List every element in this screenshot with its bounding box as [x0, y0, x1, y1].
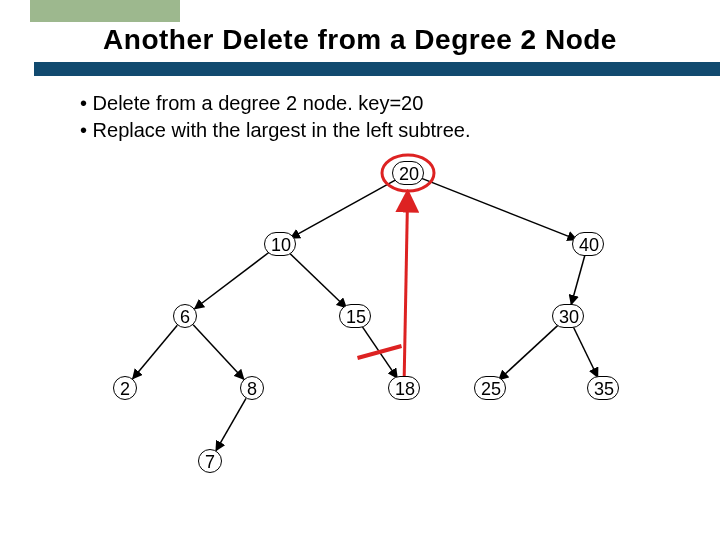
tree-node-18: 18 — [388, 376, 420, 400]
tree-node-30: 30 — [552, 304, 584, 328]
tree-node-25: 25 — [474, 376, 506, 400]
tree-diagram: 20104061530281825357 — [0, 0, 720, 540]
tree-node-2: 2 — [113, 376, 137, 400]
tree-node-20: 20 — [392, 161, 424, 185]
tree-node-10: 10 — [264, 232, 296, 256]
tree-node-35: 35 — [587, 376, 619, 400]
tree-node-8: 8 — [240, 376, 264, 400]
tree-node-7: 7 — [198, 449, 222, 473]
tree-node-6: 6 — [173, 304, 197, 328]
tree-node-40: 40 — [572, 232, 604, 256]
tree-node-15: 15 — [339, 304, 371, 328]
